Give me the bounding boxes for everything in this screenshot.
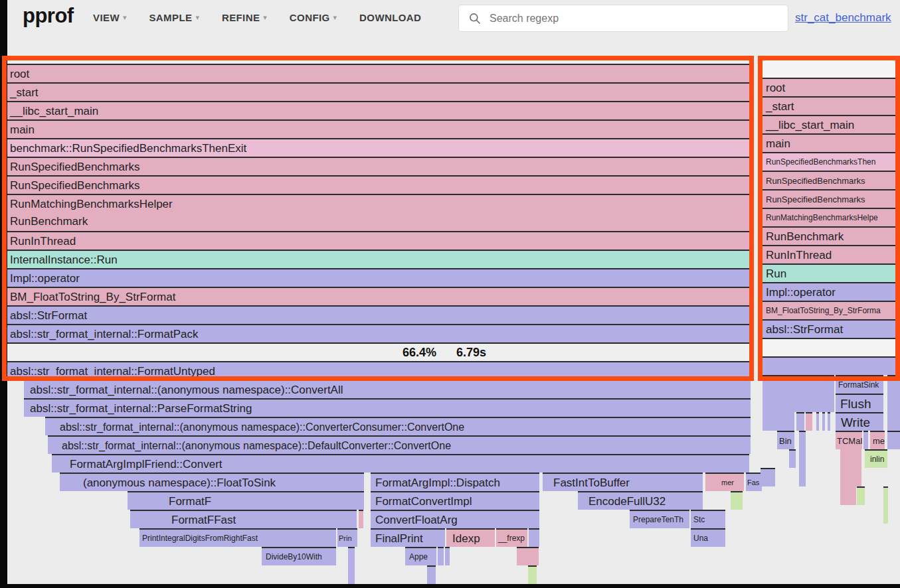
flame-frame[interactable]: EncodeFullU32: [578, 491, 703, 510]
flame-frame[interactable]: [887, 412, 900, 431]
flame-frame[interactable]: RunSpecifiedBenchmarks: [763, 171, 900, 189]
flame-frame[interactable]: Flush: [836, 394, 883, 412]
flame-frame[interactable]: absl::StrFormat: [763, 319, 900, 338]
flame-frame[interactable]: [763, 394, 834, 412]
flame-frame[interactable]: Bin: [777, 431, 794, 449]
flame-frame[interactable]: RunSpecifiedBenchmarksThen: [763, 152, 900, 171]
flame-frame[interactable]: RunSpecifiedBenchmarks: [7, 157, 751, 175]
flame-frame[interactable]: benchmark::RunSpecifiedBenchmarksThenExi…: [7, 138, 751, 157]
flame-frame[interactable]: [799, 468, 806, 486]
flame-frame[interactable]: FormatFFast: [130, 510, 357, 528]
flame-frame[interactable]: ConvertFloatArg: [371, 510, 539, 528]
flame-frame[interactable]: [799, 431, 806, 449]
flame-frame[interactable]: RunSpecifiedBenchmarks: [7, 175, 751, 194]
flame-frame[interactable]: RunBenchmark: [7, 212, 751, 231]
flame-frame[interactable]: [822, 412, 825, 431]
flame-frame[interactable]: InternalInstance::Run: [7, 250, 751, 268]
flame-frame[interactable]: [517, 547, 539, 565]
flame-frame[interactable]: _start: [7, 82, 751, 101]
flame-frame[interactable]: mer: [705, 473, 744, 491]
flame-frame[interactable]: BM_FloatToString_By_StrFormat: [7, 287, 751, 305]
flame-frame[interactable]: absl::str_format_internal::FormatPack: [7, 324, 751, 342]
flame-frame[interactable]: RunMatchingBenchmarksHelper: [7, 194, 751, 212]
flame-frame[interactable]: [348, 565, 355, 584]
flame-frame[interactable]: inlin: [865, 449, 887, 468]
flame-frame[interactable]: [799, 449, 806, 468]
flame-frame[interactable]: absl::StrFormat: [7, 305, 751, 324]
flame-frame[interactable]: main: [7, 119, 751, 138]
flame-frame[interactable]: Una: [691, 528, 725, 547]
flame-frame[interactable]: Stc: [691, 510, 725, 528]
flame-frame[interactable]: __libc_start_main: [7, 101, 751, 119]
flame-frame[interactable]: FormatSink: [836, 375, 883, 394]
flame-frame[interactable]: [806, 412, 812, 431]
flame-frame[interactable]: Idexp: [446, 528, 495, 547]
flame-frame[interactable]: (anonymous namespace)::FloatToSink: [60, 473, 364, 491]
flame-frame[interactable]: Run: [763, 263, 900, 282]
flame-frame[interactable]: Prin: [337, 528, 357, 547]
flame-frame[interactable]: FormatArgImpl::Dispatch: [371, 473, 539, 491]
flame-frame[interactable]: [763, 356, 900, 375]
flame-frame[interactable]: [883, 505, 888, 524]
flame-frame[interactable]: [840, 486, 856, 505]
flame-frame[interactable]: absl::str_format_internal::FormatUntyped: [7, 361, 751, 380]
flame-frame[interactable]: [883, 486, 888, 505]
flame-frame[interactable]: __frexp: [496, 528, 527, 547]
flame-frame[interactable]: [348, 547, 355, 565]
flame-frame[interactable]: [887, 431, 900, 449]
flame-frame[interactable]: [863, 431, 868, 449]
flame-frame[interactable]: [857, 486, 865, 505]
flame-frame[interactable]: BM_FloatToString_By_StrForma: [763, 301, 900, 319]
flame-frame[interactable]: absl::str_format_internal::(anonymous na…: [48, 435, 751, 454]
flame-frame[interactable]: _start: [763, 96, 900, 115]
flame-frame[interactable]: [763, 412, 794, 431]
flame-frame[interactable]: FormatF: [128, 491, 364, 510]
flame-frame[interactable]: [763, 338, 900, 356]
flame-frame[interactable]: absl::str_format_internal::ParseFormatSt…: [24, 398, 751, 417]
flame-frame[interactable]: [763, 375, 834, 394]
flame-frame[interactable]: DivideBy10With: [262, 547, 336, 565]
flame-frame[interactable]: [438, 547, 444, 565]
flame-frame[interactable]: PrintIntegralDigitsFromRightFast: [139, 528, 336, 547]
flame-frame[interactable]: FormatConvertImpl: [371, 491, 539, 510]
flame-frame[interactable]: [529, 528, 539, 547]
flame-frame[interactable]: me: [870, 431, 885, 449]
flame-frame[interactable]: PrepareTenTh: [630, 510, 689, 528]
flame-frame[interactable]: [445, 547, 450, 565]
flame-frame[interactable]: main: [763, 133, 900, 152]
flame-frame[interactable]: [359, 510, 363, 528]
flame-frame[interactable]: [828, 412, 830, 431]
frame-label: RunSpecifiedBenchmarks: [7, 158, 751, 175]
flame-frame[interactable]: [761, 468, 775, 486]
flame-frame[interactable]: root: [7, 64, 751, 82]
flame-frame[interactable]: Write: [836, 412, 883, 431]
flame-frame[interactable]: RunMatchingBenchmarksHelpe: [763, 208, 900, 226]
flame-frame[interactable]: root: [763, 78, 900, 96]
flame-frame[interactable]: FormatArgImplFriend::Convert: [52, 454, 749, 473]
flame-frame[interactable]: __libc_start_main: [763, 115, 900, 133]
flame-frame[interactable]: 66.4% 6.79s: [7, 342, 751, 361]
flame-frame[interactable]: RunBenchmark: [763, 226, 900, 245]
flame-frame[interactable]: absl::str_format_internal::(anonymous na…: [45, 417, 751, 435]
flame-frame[interactable]: [427, 565, 436, 584]
flame-frame[interactable]: [816, 412, 819, 431]
flame-frame[interactable]: Impl::operator: [7, 268, 751, 287]
flame-frame[interactable]: FinalPrint: [371, 528, 445, 547]
flame-frame[interactable]: absl::str_format_internal::(anonymous na…: [24, 380, 751, 398]
flame-frame[interactable]: [887, 394, 900, 412]
flame-frame[interactable]: [840, 468, 861, 486]
flame-frame[interactable]: Impl::operator: [763, 282, 900, 301]
flame-frame[interactable]: FastIntToBuffer: [543, 473, 703, 491]
flame-frame[interactable]: [840, 449, 861, 468]
flame-frame[interactable]: [796, 412, 804, 431]
flame-frame[interactable]: TCMall: [836, 431, 862, 449]
flame-frame[interactable]: RunSpecifiedBenchmarks: [763, 189, 900, 208]
flame-frame[interactable]: [789, 449, 796, 468]
flame-frame[interactable]: [887, 375, 900, 394]
flame-frame[interactable]: [528, 565, 537, 584]
flame-frame[interactable]: RunInThread: [763, 245, 900, 263]
flame-frame[interactable]: Fas: [746, 473, 762, 491]
flame-frame[interactable]: RunInThread: [7, 231, 751, 250]
flame-frame[interactable]: [731, 491, 743, 510]
flame-frame[interactable]: Appe: [405, 547, 436, 565]
